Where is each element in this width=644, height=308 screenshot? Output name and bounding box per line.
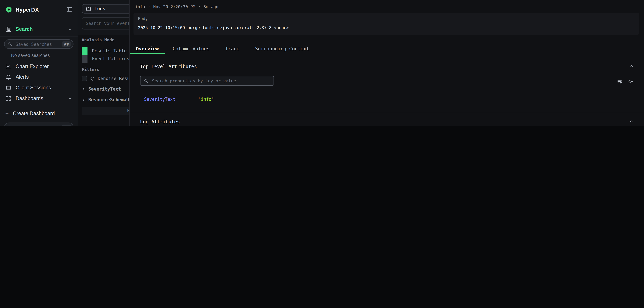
create-dashboard-label: Create Dashboard [13,111,55,116]
sidebar-toggle-icon[interactable] [66,7,72,12]
saved-dashboards-input[interactable] [15,124,59,126]
hyperdx-app: HyperDX Search ⌘K No saved searches [0,0,644,126]
magnifier-icon [144,79,148,83]
magnifier-icon [8,125,12,126]
divider [0,106,78,106]
sidebar-item-search[interactable]: Search [0,24,78,34]
mode-label: Event Patterns [88,55,130,63]
plus-icon: + [5,111,9,116]
filter-group-label: ResourceSchemaUrl [88,97,135,102]
saved-searches-search[interactable]: ⌘K [4,39,74,49]
dashboards-icon [5,95,12,101]
section-tools [617,79,634,84]
tab-surrounding-context[interactable]: Surrounding Context [247,43,317,54]
event-timestamp: Nov 20 2:20:30 PM [153,4,196,9]
sidebar-item-label: Dashboards [16,96,43,101]
shortcut-badge: ⌘K [62,125,71,126]
sidebar: HyperDX Search ⌘K No saved searches [0,0,78,126]
property-search-input[interactable] [151,78,270,84]
active-indicator [82,47,88,55]
logs-source-icon [86,6,91,11]
brand-title: HyperDX [16,6,39,12]
mode-event-patterns[interactable]: Event Patterns [82,55,129,63]
divider [0,36,78,37]
severity-text: info [135,4,145,9]
mode-results-table[interactable]: Results Table [82,47,126,55]
sidebar-item-label: Search [16,26,33,32]
sidebar-item-dashboards[interactable]: Dashboards [0,93,78,104]
filters-label: Filters [82,67,99,72]
gear-icon[interactable] [628,79,634,84]
shortcut-badge: ⌘K [62,41,71,47]
hyperdx-logo-icon [5,6,12,13]
body-value: 2025-10-22 10:15:09 purge fonts-dejavu-c… [138,25,634,30]
search-list-icon [5,26,12,32]
body-card: Body 2025-10-22 10:15:09 purge fonts-dej… [134,13,639,35]
sidebar-item-label: Chart Explorer [16,64,49,69]
sidebar-header: HyperDX [0,0,78,19]
chart-explorer-icon [5,63,12,69]
event-age: 3m ago [204,4,218,9]
chevron-up-icon [68,96,72,101]
separator: · [198,4,201,9]
collapse-section-icon[interactable] [629,119,634,124]
filter-group-severitytext[interactable]: SeverityText [82,87,121,92]
inactive-indicator [82,55,88,63]
checkbox[interactable] [82,76,87,81]
tab-trace[interactable]: Trace [218,43,247,54]
filter-group-label: SeverityText [88,87,121,92]
separator: · [148,4,150,9]
sidebar-item-chart-explorer[interactable]: Chart Explorer [0,61,78,72]
analysis-mode-label: Analysis Mode [82,38,114,42]
section-title: Log Attributes [140,119,634,125]
sidebar-item-label: Client Sessions [16,85,51,91]
sidebar-item-alerts[interactable]: Alerts [0,72,78,83]
laptop-icon [5,85,12,91]
section-title: Top Level Attributes [140,64,634,69]
wrap-lines-icon[interactable] [617,79,622,84]
no-saved-searches-text: No saved searches [0,49,78,61]
magnifier-icon [8,42,12,46]
bell-icon [5,74,12,80]
detail-tabs: Overview Column Values Trace Surrounding… [130,43,644,54]
saved-searches-input[interactable] [15,41,59,47]
chevron-right-icon [82,87,85,91]
body-label: Body [138,16,634,21]
tab-overview[interactable]: Overview [130,43,165,54]
saved-dashboards-search[interactable]: ⌘K [4,123,74,126]
chevron-right-icon [82,98,85,102]
collapse-section-icon[interactable] [629,64,634,68]
sidebar-item-client-sessions[interactable]: Client Sessions [0,82,78,93]
property-search[interactable] [140,76,274,86]
sidebar-item-label: Alerts [16,74,29,80]
denoise-icon [90,76,95,81]
chevron-up-icon [68,27,72,31]
source-label: Logs [94,6,105,11]
attribute-value[interactable]: info [201,97,211,102]
event-header: info · Nov 20 2:20:30 PM · 3m ago [130,0,644,9]
create-dashboard-button[interactable]: + Create Dashboard [0,108,78,119]
tab-column-values[interactable]: Column Values [165,43,218,54]
event-detail-panel: info · Nov 20 2:20:30 PM · 3m ago Body 2… [129,0,644,126]
filter-group-resourceschemaurl[interactable]: ResourceSchemaUrl [82,97,134,102]
section-log-attributes: Log Attributes LogAttributes [130,112,644,126]
attribute-row: SeverityText "info" [140,96,634,102]
attribute-key[interactable]: SeverityText [144,96,198,102]
mode-label: Results Table [88,47,127,55]
section-top-level-attributes: Top Level Attributes SeverityText [130,54,644,112]
